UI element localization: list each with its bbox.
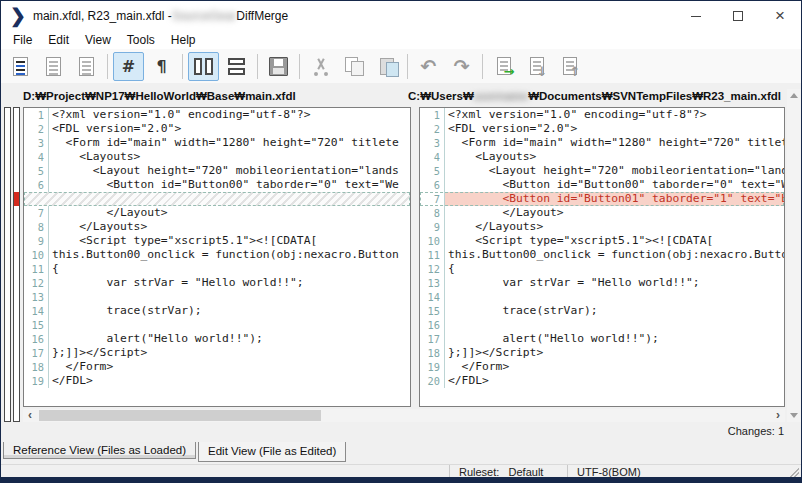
code-line[interactable]: 1 <?xml version="1.0" encoding="utf-8"?> [24, 108, 410, 122]
code-line[interactable] [24, 192, 410, 206]
line-text: };]]></Script> [445, 346, 784, 360]
view-tab[interactable]: Reference View (Files as Loaded) [3, 442, 196, 459]
line-number: 14 [420, 290, 445, 304]
code-line[interactable]: 14 [420, 290, 784, 304]
code-line[interactable]: 11 { [24, 262, 410, 276]
code-line[interactable]: 12 { [420, 262, 784, 276]
code-line[interactable]: 5 <Layout height="720" mobileorientation… [24, 164, 410, 178]
paste-icon [380, 58, 394, 75]
code-line[interactable]: 19 </FDL> [24, 374, 410, 388]
scroll-right-icon[interactable]: › [771, 409, 785, 422]
line-number [24, 192, 49, 206]
code-line[interactable]: 8 </Layout> [420, 206, 784, 220]
line-text: <Button id="Button01" taborder="1" text=… [445, 192, 784, 206]
view-interleaved-button[interactable] [5, 52, 36, 81]
code-line[interactable]: 18 };]]></Script> [420, 346, 784, 360]
code-line[interactable]: 17 alert("Hello world!!"); [420, 332, 784, 346]
horizontal-scrollbar[interactable]: ‹ › [23, 409, 785, 422]
code-line[interactable]: 18 </Form> [24, 360, 410, 374]
line-number: 3 [420, 136, 445, 150]
undo-button[interactable]: ↶ [413, 52, 444, 81]
horizontal-scrollbar-thumb[interactable] [39, 410, 321, 421]
scroll-down-icon[interactable] [790, 413, 798, 418]
view-tab[interactable]: Edit View (File as Edited) [198, 442, 346, 462]
code-line[interactable]: 8 </Layouts> [24, 220, 410, 234]
minimize-button[interactable] [675, 1, 717, 31]
code-line[interactable]: 4 <Layouts> [420, 150, 784, 164]
scroll-up-icon[interactable] [790, 93, 798, 98]
code-line[interactable]: 15 [24, 318, 410, 332]
code-line[interactable]: 1 <?xml version="1.0" encoding="utf-8"?> [420, 108, 784, 122]
code-line[interactable]: 9 </Layouts> [420, 220, 784, 234]
line-text: };]]></Script> [49, 346, 410, 360]
code-line[interactable]: 16 [420, 318, 784, 332]
next-change-button[interactable]: ↓ [521, 52, 552, 81]
close-button[interactable]: × [759, 1, 801, 31]
apply-change-button[interactable]: → [488, 52, 519, 81]
line-text: </Layouts> [445, 220, 784, 234]
show-whitespace-button[interactable]: ¶ [146, 52, 177, 81]
menu-item[interactable]: Tools [119, 33, 163, 47]
code-line[interactable]: 17 };]]></Script> [24, 346, 410, 360]
code-line[interactable]: 6 <Button id="Button00" taborder="0" tex… [24, 178, 410, 192]
overview-ruler-left[interactable] [4, 107, 11, 422]
maximize-button[interactable] [717, 1, 759, 31]
scroll-left-icon[interactable]: ‹ [23, 409, 37, 422]
right-code-pane[interactable]: 1 <?xml version="1.0" encoding="utf-8"?>… [419, 107, 785, 407]
code-line[interactable]: 6 <Button id="Button00" taborder="0" tex… [420, 178, 784, 192]
code-line[interactable]: 3 <Form id="main" width="1280" height="7… [420, 136, 784, 150]
code-line[interactable]: 4 <Layouts> [24, 150, 410, 164]
line-number: 5 [420, 164, 445, 178]
code-line[interactable]: 13 [24, 290, 410, 304]
code-line[interactable]: 11 this.Button00_onclick = function(obj:… [420, 248, 784, 262]
code-line[interactable]: 2 <FDL version="2.0"> [420, 122, 784, 136]
line-number: 19 [24, 374, 49, 388]
menu-item[interactable]: Help [163, 33, 204, 47]
code-line[interactable]: 2 <FDL version="2.0"> [24, 122, 410, 136]
code-line[interactable]: 13 var strVar = "Hello world!!"; [420, 276, 784, 290]
line-text: alert("Hello world!!"); [49, 332, 410, 346]
code-line[interactable]: 20 </FDL> [420, 374, 784, 388]
code-line[interactable]: 16 alert("Hello world!!"); [24, 332, 410, 346]
line-number: 2 [420, 122, 445, 136]
toolbar-separator [407, 54, 408, 79]
cut-button[interactable] [305, 52, 336, 81]
line-text: <Layout height="720" mobileorientation="… [49, 164, 410, 178]
line-number: 9 [420, 220, 445, 234]
view-right-file-button[interactable] [71, 52, 102, 81]
code-line[interactable]: 12 var strVar = "Hello world!!"; [24, 276, 410, 290]
menu-item[interactable]: View [77, 33, 119, 47]
code-line[interactable]: 10 <Script type="xscript5.1"><![CDATA[ [420, 234, 784, 248]
toolbar-separator [299, 54, 300, 79]
vertical-scrollbar[interactable] [787, 89, 801, 422]
split-vertical-button[interactable] [188, 52, 219, 81]
split-horizontal-button[interactable] [221, 52, 252, 81]
left-file-path: D:₩Project₩NP17₩HelloWorld₩Base₩main.xfd… [23, 90, 296, 102]
code-line[interactable]: 15 trace(strVar); [420, 304, 784, 318]
code-line[interactable]: 10 this.Button00_onclick = function(obj:… [24, 248, 410, 262]
code-line[interactable]: 19 </Form> [420, 360, 784, 374]
left-code-pane[interactable]: 1 <?xml version="1.0" encoding="utf-8"?>… [23, 107, 411, 407]
paste-button[interactable] [371, 52, 402, 81]
resize-grip-icon[interactable] [789, 467, 799, 477]
line-text: alert("Hello world!!"); [445, 332, 784, 346]
line-numbers-toggle-button[interactable]: # [113, 52, 144, 81]
code-line[interactable]: 3 <Form id="main" width="1280" height="7… [24, 136, 410, 150]
menu-item[interactable]: Edit [40, 33, 77, 47]
copy-button[interactable] [338, 52, 369, 81]
menu-item[interactable]: File [5, 33, 40, 47]
line-number: 9 [24, 234, 49, 248]
code-line[interactable]: 9 <Script type="xscript5.1"><![CDATA[ [24, 234, 410, 248]
code-line[interactable]: 7 </Layout> [24, 206, 410, 220]
prev-change-button[interactable]: ↑ [554, 52, 585, 81]
code-line[interactable]: 7 <Button id="Button01" taborder="1" tex… [420, 192, 784, 206]
line-number: 4 [420, 150, 445, 164]
redo-button[interactable]: ↷ [446, 52, 477, 81]
code-line[interactable]: 5 <Layout height="720" mobileorientation… [420, 164, 784, 178]
code-line[interactable]: 14 trace(strVar); [24, 304, 410, 318]
line-text: <?xml version="1.0" encoding="utf-8"?> [49, 108, 410, 122]
view-left-file-button[interactable] [38, 52, 69, 81]
change-marker[interactable] [14, 192, 19, 206]
overview-ruler-right[interactable] [13, 107, 20, 422]
save-button[interactable] [263, 52, 294, 81]
